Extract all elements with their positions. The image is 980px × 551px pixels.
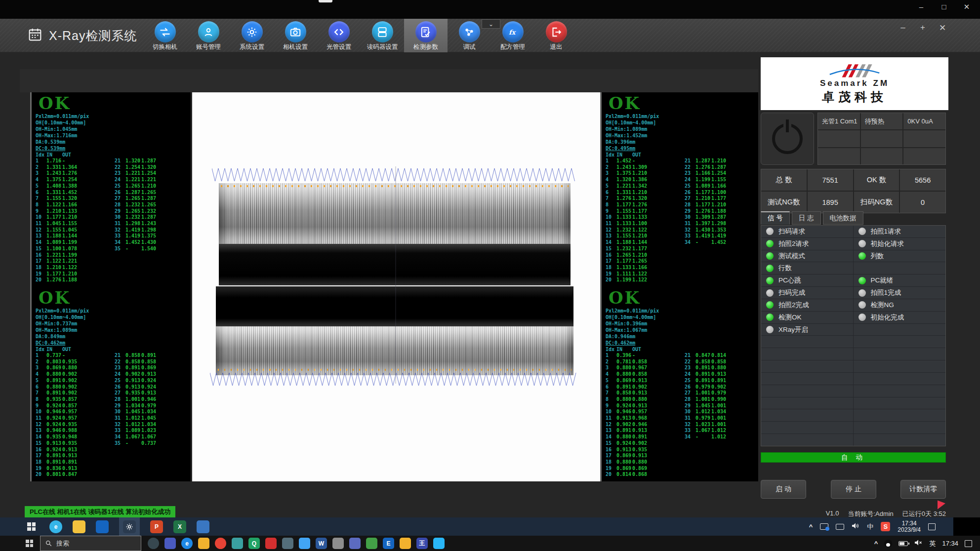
toolbar-item-user-account[interactable]: 账号管理 [187, 19, 230, 52]
signal-cell [854, 397, 946, 409]
measure-row: 41.3201.386 [606, 177, 758, 183]
toolbar-item-code-brackets[interactable]: 光管设置 [317, 19, 361, 52]
remote-toolbar-handle[interactable] [319, 0, 332, 2]
cortana-icon[interactable] [148, 538, 159, 549]
remote-close-button[interactable]: ✕ [962, 2, 971, 11]
ie-browser-icon[interactable]: E [383, 538, 394, 549]
toolbar-item-camera[interactable]: 相机设置 [274, 19, 317, 52]
xray-power-button[interactable] [761, 113, 814, 165]
measure-row: 191.1111.122 [606, 271, 758, 277]
file-explorer-icon[interactable] [198, 538, 209, 549]
start-button[interactable]: 启 动 [761, 480, 806, 499]
camera-app-icon[interactable] [282, 538, 293, 549]
file-explorer-icon[interactable] [73, 520, 85, 533]
measure-row: 341.0671.067 [115, 434, 157, 440]
chrome-icon[interactable] [215, 538, 226, 549]
tube-status-cell [861, 130, 903, 147]
search-app-icon[interactable] [232, 538, 243, 549]
photos-icon[interactable] [197, 520, 209, 533]
wps-app-icon[interactable]: 王 [416, 538, 428, 549]
signal-label: 拍照2请求 [778, 239, 809, 248]
toolbar-item-inspect-doc[interactable]: 检测参数 [404, 19, 448, 52]
folder-yellow-icon[interactable] [400, 538, 411, 549]
qq-icon[interactable] [884, 540, 892, 548]
tray-expand-icon[interactable]: ^ [809, 523, 813, 530]
action-center-icon[interactable] [965, 540, 972, 547]
search-input[interactable]: 搜索 [40, 536, 141, 551]
signal-row: XRay开启 [761, 324, 945, 336]
measure-row: 311.2981.243 [115, 221, 157, 227]
edge-browser-icon[interactable]: e [49, 520, 62, 533]
measure-row: 310.9791.001 [685, 415, 727, 422]
signal-indicator-dot [858, 277, 866, 284]
volume-icon[interactable] [852, 522, 859, 531]
ime-indicator[interactable]: 英 [929, 539, 936, 548]
volume-muted-icon[interactable] [914, 539, 923, 548]
remote-maximize-button[interactable]: □ [939, 2, 948, 11]
magnifier-app-icon[interactable] [349, 538, 361, 549]
camera-icon [285, 21, 306, 42]
measure-row: 141.1881.144 [606, 239, 758, 246]
excel-icon[interactable]: X [173, 520, 186, 533]
counters-table: 总 数7551OK 数5656测试NG数1895扫码NG数0 [761, 169, 946, 213]
remote-control-icon[interactable] [820, 523, 828, 530]
photos-app-icon[interactable] [433, 538, 445, 549]
local-clock[interactable]: 17:34 [942, 540, 958, 547]
word-icon[interactable]: W [316, 538, 327, 549]
toolbar-item-label: 检测参数 [413, 43, 438, 51]
status-banner: PLC在线 相机1在线 读码器1在线 算法初始化成功 [25, 506, 175, 517]
tray-expand-icon[interactable]: ^ [874, 540, 878, 547]
action-center-icon[interactable] [928, 523, 936, 530]
settings-app-icon[interactable] [332, 538, 344, 549]
battery-icon[interactable] [898, 541, 908, 546]
sogou-input-icon[interactable]: S [881, 522, 890, 531]
app-blue-icon[interactable] [96, 520, 109, 533]
local-start-button[interactable] [26, 540, 33, 547]
signal-label: 扫码请求 [778, 227, 805, 236]
toolbar-item-system-gear[interactable]: 系统设置 [230, 19, 274, 52]
red-app-icon[interactable] [265, 538, 277, 549]
measure-row: 301.3091.287 [685, 214, 727, 221]
settings-gear-icon[interactable] [123, 520, 136, 533]
battery-roll-bottom [216, 326, 573, 375]
remote-clock[interactable]: 17:34 2023/9/4 [898, 520, 921, 533]
clear-count-button[interactable]: 计数清零 [900, 480, 946, 499]
powerpoint-icon[interactable]: P [150, 520, 163, 533]
measure-info: OH-Min:1.045mm [36, 126, 191, 132]
measure-row: 291.0451.001 [685, 403, 727, 409]
tab-1[interactable]: 日 志 [792, 211, 821, 225]
tab-2[interactable]: 电池数据 [823, 211, 863, 225]
remote-start-button[interactable] [27, 522, 36, 531]
result-section-right-bottom: OKPxl2mm=0.011mm/pixOH[0.10mm~4.00mm]OH-… [602, 287, 758, 481]
edge-browser-icon[interactable]: e [181, 538, 193, 549]
app-minimize-button[interactable]: – [899, 23, 907, 33]
toolbar-item-exit-door[interactable]: 退出 [534, 19, 578, 52]
signal-label: 检测NG [871, 301, 894, 310]
toolbar-dropdown-button[interactable]: ⌄ [482, 19, 500, 29]
signal-cell: 检测OK [761, 312, 854, 323]
folder-blue-icon[interactable] [299, 538, 310, 549]
signal-cell [854, 422, 946, 433]
measure-row: 241.2211.221 [115, 177, 157, 183]
task-view-icon[interactable] [164, 538, 176, 549]
display-icon[interactable] [836, 524, 844, 530]
search-icon [45, 540, 52, 547]
brand-logo: Seamark ZM 卓茂科技 [761, 57, 948, 110]
app-maximize-button[interactable]: + [919, 23, 927, 33]
qq-app-icon[interactable]: Q [248, 538, 260, 549]
toolbar-item-barcode-scanner[interactable]: 读码器设置 [361, 19, 404, 52]
measure-row: 71.1551.320 [36, 196, 191, 202]
signal-cell [761, 360, 854, 372]
signal-table: 扫码请求拍照1请求拍照2请求初始化请求测试模式列数行数PC心跳PC就绪扫码完成拍… [761, 225, 946, 446]
tab-0[interactable]: 信 号 [761, 211, 790, 225]
stop-button[interactable]: 停 止 [831, 480, 876, 499]
auto-mode-button[interactable]: 自 动 [761, 452, 946, 463]
ime-indicator[interactable]: 中 [867, 522, 873, 531]
signal-label: 拍照1完成 [871, 288, 901, 297]
green-app-icon[interactable] [366, 538, 377, 549]
toolbar-item-switch-camera[interactable]: 切换相机 [143, 19, 187, 52]
measure-row: 30.8690.880 [36, 365, 191, 371]
remote-minimize-button[interactable]: – [917, 2, 926, 11]
toolbar-item-label: 光管设置 [327, 43, 351, 51]
app-close-button[interactable]: ✕ [939, 23, 946, 33]
